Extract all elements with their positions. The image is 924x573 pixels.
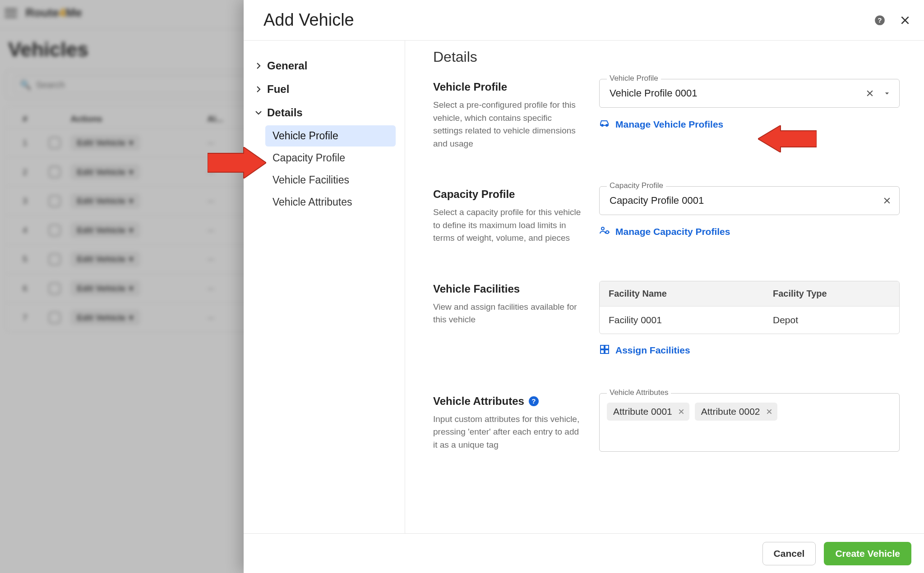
vehicle-attributes-title: Vehicle Attributes ?: [433, 395, 582, 408]
modal-content: Details Vehicle Profile Select a pre-con…: [405, 41, 924, 533]
vehicle-facilities-desc: View and assign facilities available for…: [433, 301, 582, 326]
capacity-profile-select[interactable]: Capacity Profile Capacity Profile 0001: [599, 186, 900, 215]
nav-group-general[interactable]: General: [253, 54, 396, 78]
remove-tag-icon[interactable]: [766, 408, 773, 415]
svg-marker-10: [208, 147, 266, 179]
modal-title: Add Vehicle: [263, 10, 354, 30]
create-vehicle-button[interactable]: Create Vehicle: [824, 542, 911, 565]
assign-facilities-link[interactable]: Assign Facilities: [599, 344, 900, 357]
nav-group-fuel[interactable]: Fuel: [253, 78, 396, 101]
capacity-profile-value: Capacity Profile 0001: [610, 195, 704, 206]
modal-footer: Cancel Create Vehicle: [244, 533, 924, 573]
vehicle-profile-value: Vehicle Profile 0001: [610, 87, 697, 99]
capacity-profile-title: Capacity Profile: [433, 188, 582, 201]
vehicle-attributes-desc: Input custom attributes for this vehicle…: [433, 413, 582, 452]
facilities-row: Facility 0001 Depot: [600, 306, 899, 334]
svg-rect-7: [605, 345, 609, 349]
section-title: Details: [433, 49, 900, 65]
capacity-profile-desc: Select a capacity profile for this vehic…: [433, 206, 582, 245]
manage-vehicle-profiles-link[interactable]: Manage Vehicle Profiles: [599, 118, 900, 131]
chevron-right-icon: [254, 86, 263, 92]
vehicle-profile-select[interactable]: Vehicle Profile Vehicle Profile 0001: [599, 79, 900, 108]
vehicle-facilities-title: Vehicle Facilities: [433, 283, 582, 295]
svg-rect-6: [601, 345, 604, 349]
vehicle-attributes-input[interactable]: Vehicle Attributes Attribute 0001Attribu…: [599, 393, 900, 452]
annotation-arrow-2: [758, 125, 817, 152]
nav-item-vehicle-profile[interactable]: Vehicle Profile: [265, 125, 396, 147]
manage-capacity-profiles-link[interactable]: Manage Capacity Profiles: [599, 225, 900, 238]
annotation-arrow-1: [208, 147, 266, 179]
svg-rect-9: [605, 350, 609, 353]
add-vehicle-modal: Add Vehicle ? General Fuel: [244, 0, 924, 573]
chevron-down-icon: [254, 110, 263, 115]
facilities-col-name: Facility Name: [600, 281, 764, 306]
clear-icon[interactable]: [862, 86, 878, 101]
chevron-right-icon: [254, 63, 263, 69]
attribute-tag: Attribute 0001: [607, 403, 689, 421]
dropdown-icon[interactable]: [879, 86, 895, 101]
nav-group-details[interactable]: Details: [253, 101, 396, 124]
remove-tag-icon[interactable]: [678, 408, 685, 415]
attribute-tag: Attribute 0002: [695, 403, 777, 421]
cancel-button[interactable]: Cancel: [762, 542, 816, 565]
help-icon[interactable]: ?: [529, 396, 539, 406]
users-gear-icon: [599, 225, 610, 238]
vehicle-profile-title: Vehicle Profile: [433, 81, 582, 93]
svg-point-4: [601, 227, 604, 230]
svg-rect-8: [601, 350, 604, 353]
nav-item-vehicle-attributes[interactable]: Vehicle Attributes: [265, 192, 396, 213]
grid-icon: [599, 344, 610, 357]
svg-marker-11: [758, 125, 817, 152]
modal-nav: General Fuel Details Vehicle Profile Cap…: [244, 41, 405, 533]
svg-text:?: ?: [878, 16, 882, 24]
facilities-table: Facility Name Facility Type Facility 000…: [599, 281, 900, 334]
modal-header: Add Vehicle ?: [244, 0, 924, 41]
vehicle-profile-desc: Select a pre-configured profile for this…: [433, 99, 582, 150]
nav-item-capacity-profile[interactable]: Capacity Profile: [265, 147, 396, 169]
clear-icon[interactable]: [879, 193, 895, 208]
nav-item-vehicle-facilities[interactable]: Vehicle Facilities: [265, 170, 396, 191]
car-icon: [599, 118, 610, 131]
close-icon[interactable]: [899, 14, 911, 27]
help-icon[interactable]: ?: [873, 14, 886, 27]
facilities-col-type: Facility Type: [764, 281, 899, 306]
